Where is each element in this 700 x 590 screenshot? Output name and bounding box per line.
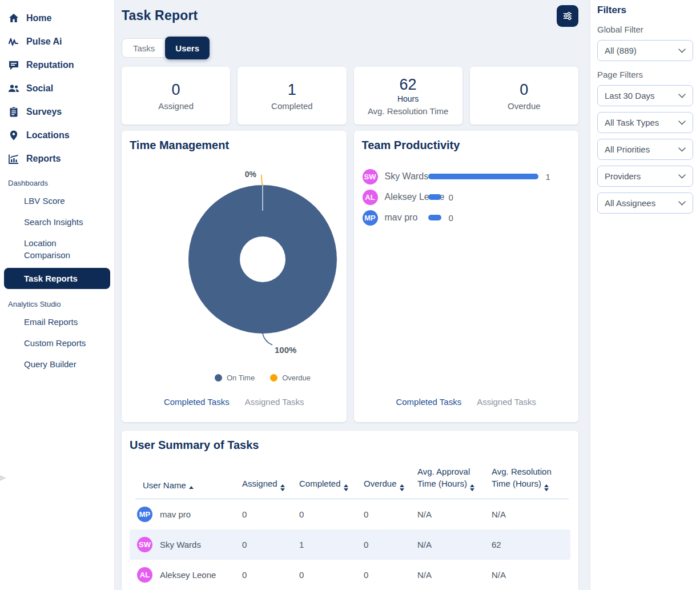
stat-card-completed: 1 Completed	[238, 67, 346, 125]
sidebar-item-pulse-ai[interactable]: Pulse Ai	[0, 30, 114, 53]
avatar: SW	[363, 169, 378, 184]
cell-user-name: Sky Wards	[160, 540, 201, 549]
cell-user-name: Aleksey Leone	[160, 570, 216, 580]
filters-title: Filters	[597, 5, 693, 16]
donut-legend: On Time Overdue	[215, 374, 311, 382]
sliders-icon	[562, 11, 573, 21]
team-productivity-chart: SW Sky Wards 1 AL Aleksey Leone 0 MP mav…	[363, 166, 570, 228]
card-title: Time Management	[130, 139, 229, 152]
stat-card-overdue: 0 Overdue	[470, 67, 578, 125]
cell-avg-approval: N/A	[417, 509, 492, 519]
tab-users[interactable]: Users	[165, 37, 210, 59]
donut-label-overdue: 0%	[245, 170, 257, 179]
avatar: MP	[363, 210, 378, 226]
tab-tasks[interactable]: Tasks	[122, 43, 166, 53]
priorities-dropdown[interactable]: All Priorities	[597, 139, 693, 160]
donut-label-on-time: 100%	[275, 345, 296, 355]
legend-item-on-time[interactable]: On Time	[215, 374, 255, 382]
tab-assigned-tasks[interactable]: Assigned Tasks	[477, 397, 536, 407]
page-title: Task Report	[122, 8, 198, 23]
stat-value: 0	[172, 81, 180, 98]
cell-avg-resolution: 62	[492, 540, 570, 549]
sidebar-item-email-reports[interactable]: Email Reports	[0, 311, 114, 332]
page-filters-label: Page Filters	[597, 70, 693, 79]
chat-bubble-icon	[8, 59, 19, 71]
column-header-user-name[interactable]: User Name	[143, 479, 242, 491]
column-header-avg-approval[interactable]: Avg. Approval Time (Hours)	[417, 465, 492, 491]
stat-card-assigned: 0 Assigned	[122, 67, 230, 125]
cell-overdue: 0	[364, 540, 417, 549]
sidebar-item-locations[interactable]: Locations	[0, 123, 114, 147]
sidebar-item-lbv-score[interactable]: LBV Score	[0, 190, 114, 211]
sort-asc-icon	[189, 486, 194, 489]
cell-assigned: 0	[242, 509, 299, 519]
filters-panel: Filters Global Filter All (889) Page Fil…	[590, 0, 700, 590]
sidebar-item-query-builder[interactable]: Query Builder	[0, 354, 114, 375]
tab-completed-tasks[interactable]: Completed Tasks	[396, 397, 461, 407]
table-row-mav-pro: MP mav pro 0 0 0 N/A N/A	[130, 499, 570, 529]
sort-icon	[344, 484, 348, 491]
bar	[428, 215, 441, 220]
column-header-avg-resolution[interactable]: Avg. Resolution Time (Hours)	[492, 465, 570, 491]
sidebar-item-reputation[interactable]: Reputation	[0, 53, 114, 77]
tab-assigned-tasks[interactable]: Assigned Tasks	[245, 397, 304, 407]
chevron-down-icon	[678, 94, 686, 98]
table-header-row: User Name Assigned Completed Overdue Avg…	[130, 465, 570, 491]
sidebar-item-custom-reports[interactable]: Custom Reports	[0, 332, 114, 354]
assignees-dropdown[interactable]: All Assignees	[597, 192, 693, 214]
global-filter-dropdown[interactable]: All (889)	[597, 40, 693, 61]
cell-completed: 1	[299, 540, 364, 549]
home-icon	[8, 13, 19, 24]
sort-icon	[400, 484, 404, 491]
pulse-icon	[8, 36, 19, 47]
sidebar-item-social[interactable]: Social	[0, 77, 114, 100]
sort-icon	[544, 484, 549, 491]
stat-card-avg-resolution: 62 Hours Avg. Resolution Time	[354, 67, 462, 125]
sidebar: Home Pulse Ai Reputation Social Surveys …	[0, 0, 115, 590]
render-artifact	[0, 475, 6, 481]
task-types-dropdown[interactable]: All Task Types	[597, 112, 693, 133]
table-row-sky-wards: SW Sky Wards 0 1 0 N/A 62	[130, 529, 570, 560]
bar-value: 1	[546, 172, 550, 182]
user-name: Sky Wards	[385, 171, 429, 182]
cell-overdue: 0	[364, 509, 417, 519]
clipboard-icon	[8, 106, 19, 118]
column-header-overdue[interactable]: Overdue	[364, 477, 417, 491]
sidebar-item-home[interactable]: Home	[0, 6, 114, 30]
user-summary-card: User Summary of Tasks User Name Assigned…	[122, 431, 578, 590]
chevron-down-icon	[678, 201, 686, 206]
table-title: User Summary of Tasks	[130, 439, 570, 452]
stat-value: 0	[520, 81, 528, 98]
filters-toggle-button[interactable]	[557, 5, 578, 27]
sidebar-item-reports[interactable]: Reports	[0, 147, 114, 170]
avatar: AL	[137, 567, 152, 583]
time-management-card: Time Management 0% 100% On Time Overdue	[122, 131, 347, 422]
team-row-aleksey-leone: AL Aleksey Leone 0	[363, 187, 570, 207]
avatar: SW	[137, 537, 152, 552]
user-name: mav pro	[385, 212, 418, 223]
providers-dropdown[interactable]: Providers	[597, 166, 693, 187]
column-header-assigned[interactable]: Assigned	[242, 477, 299, 491]
people-icon	[8, 83, 19, 94]
sidebar-item-location-comparison[interactable]: Location Comparison	[0, 232, 91, 266]
sidebar-item-search-insights[interactable]: Search Insights	[0, 211, 114, 232]
column-header-completed[interactable]: Completed	[299, 477, 364, 491]
sidebar-group-analytics-studio: Analytics Studio	[0, 291, 114, 311]
legend-item-overdue[interactable]: Overdue	[270, 374, 311, 382]
sidebar-item-surveys[interactable]: Surveys	[0, 100, 114, 123]
sidebar-item-task-reports[interactable]: Task Reports	[4, 268, 110, 289]
avatar: AL	[363, 190, 378, 205]
sort-icon	[470, 484, 474, 491]
team-productivity-card: Team Productivity SW Sky Wards 1 AL Alek…	[354, 131, 579, 422]
chevron-down-icon	[678, 147, 686, 152]
cell-user-name: mav pro	[160, 509, 191, 519]
avatar: MP	[137, 507, 152, 522]
chevron-down-icon	[678, 121, 686, 125]
stat-label: Avg. Resolution Time	[368, 106, 448, 116]
cell-completed: 0	[299, 570, 364, 580]
cell-overdue: 0	[364, 570, 417, 580]
team-row-mav-pro: MP mav pro 0	[363, 207, 570, 228]
tab-completed-tasks[interactable]: Completed Tasks	[164, 397, 230, 407]
date-range-dropdown[interactable]: Last 30 Days	[597, 85, 693, 106]
stat-label: Completed	[271, 101, 313, 111]
